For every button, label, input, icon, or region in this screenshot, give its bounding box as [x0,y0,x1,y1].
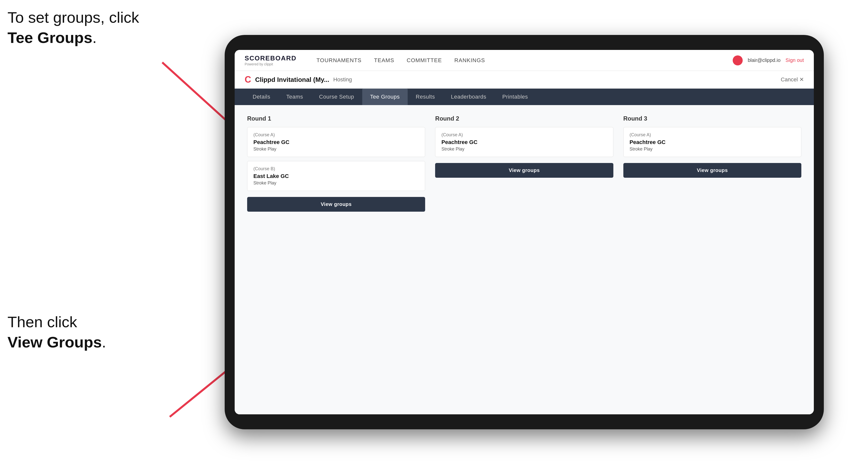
nav-tournaments[interactable]: TOURNAMENTS [316,57,362,64]
logo-scoreboard: SCOREBOARD [245,54,297,62]
round-3-column: Round 3 (Course A) Peachtree GC Stroke P… [623,115,801,212]
instruction-top-bold: Tee Groups [7,29,92,46]
round-2-view-groups-button[interactable]: View groups [435,163,613,178]
round-3-course-a-name: Peachtree GC [629,139,795,146]
round-2-title: Round 2 [435,115,613,122]
round-2-column: Round 2 (Course A) Peachtree GC Stroke P… [435,115,613,212]
round-1-title: Round 1 [247,115,425,122]
top-nav: SCOREBOARD Powered by clippit TOURNAMENT… [235,50,814,71]
round-1-course-b-label: (Course B) [253,166,419,172]
tournament-bar: C Clippd Invitational (My... Hosting Can… [235,71,814,89]
main-content: Round 1 (Course A) Peachtree GC Stroke P… [235,105,814,414]
tournament-c-logo: C [245,74,251,85]
tournament-hosting: Hosting [333,76,352,83]
logo-area: SCOREBOARD Powered by clippit [245,54,297,66]
nav-committee[interactable]: COMMITTEE [407,57,442,64]
round-3-view-groups-button[interactable]: View groups [623,163,801,178]
tournament-name: Clippd Invitational (My... [255,76,329,84]
instruction-top-line1: To set groups, click [7,9,139,26]
instruction-bottom-bold: View Groups [7,334,102,351]
tab-leaderboards[interactable]: Leaderboards [443,89,494,105]
round-2-course-a-name: Peachtree GC [441,139,607,146]
round-3-course-a-format: Stroke Play [629,147,795,152]
round-1-column: Round 1 (Course A) Peachtree GC Stroke P… [247,115,425,212]
instruction-bottom: Then click View Groups. [7,312,106,352]
tablet-device: SCOREBOARD Powered by clippit TOURNAMENT… [225,35,824,429]
round-1-course-b-card: (Course B) East Lake GC Stroke Play [247,161,425,191]
instruction-bottom-line1: Then click [7,313,77,331]
instruction-top: To set groups, click Tee Groups. [7,7,139,48]
round-3-course-a-card: (Course A) Peachtree GC Stroke Play [623,127,801,157]
round-1-course-b-name: East Lake GC [253,173,419,180]
tablet-screen: SCOREBOARD Powered by clippit TOURNAMENT… [235,50,814,414]
round-2-course-a-format: Stroke Play [441,147,607,152]
logo-sub: Powered by clippit [245,62,297,66]
nav-rankings[interactable]: RANKINGS [454,57,485,64]
user-avatar [733,55,743,65]
nav-items: TOURNAMENTS TEAMS COMMITTEE RANKINGS [316,57,718,64]
round-2-course-a-label: (Course A) [441,132,607,137]
nav-teams[interactable]: TEAMS [374,57,394,64]
instruction-bottom-period: . [102,334,106,351]
round-2-course-a-card: (Course A) Peachtree GC Stroke Play [435,127,613,157]
round-1-course-a-card: (Course A) Peachtree GC Stroke Play [247,127,425,157]
sub-nav: Details Teams Course Setup Tee Groups Re… [235,89,814,105]
tab-printables[interactable]: Printables [494,89,536,105]
round-1-view-groups-button[interactable]: View groups [247,197,425,212]
tab-course-setup[interactable]: Course Setup [311,89,362,105]
tournament-title-area: C Clippd Invitational (My... Hosting [245,74,352,85]
tab-results[interactable]: Results [408,89,443,105]
tab-details[interactable]: Details [245,89,278,105]
cancel-button[interactable]: Cancel ✕ [781,76,804,83]
nav-right: blair@clippd.io Sign out [733,55,804,65]
round-1-course-a-name: Peachtree GC [253,139,419,146]
round-1-course-a-format: Stroke Play [253,147,419,152]
instruction-top-period: . [92,29,97,46]
round-1-course-a-label: (Course A) [253,132,419,137]
round-3-course-a-label: (Course A) [629,132,795,137]
user-email: blair@clippd.io [748,57,780,63]
round-3-title: Round 3 [623,115,801,122]
tab-teams[interactable]: Teams [278,89,311,105]
round-1-course-b-format: Stroke Play [253,181,419,186]
logo-text: SCOREBOARD [245,54,297,62]
rounds-container: Round 1 (Course A) Peachtree GC Stroke P… [247,115,801,212]
sign-out-link[interactable]: Sign out [786,57,804,63]
tab-tee-groups[interactable]: Tee Groups [362,89,408,105]
